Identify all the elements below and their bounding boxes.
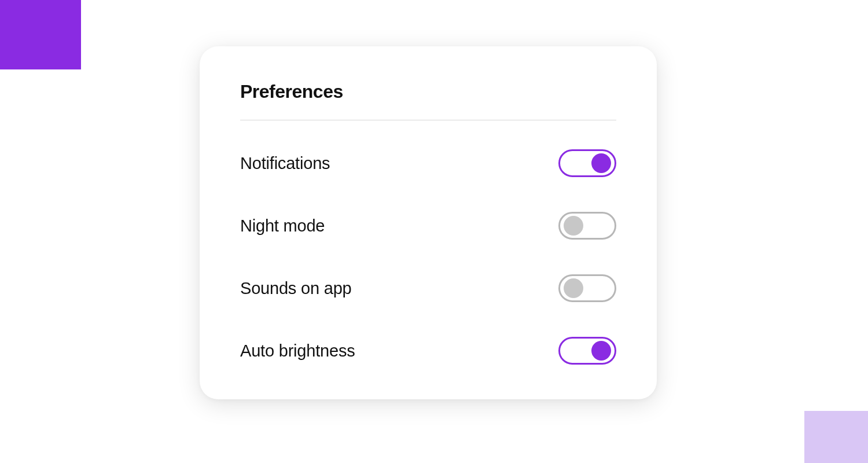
decor-square-top-left [0,0,81,69]
pref-label: Auto brightness [240,341,355,361]
pref-label: Notifications [240,154,330,173]
toggle-notifications[interactable] [558,149,616,177]
toggle-knob-icon [564,278,583,298]
pref-row-night-mode: Night mode [240,212,616,240]
decor-square-bottom-right [804,411,868,463]
toggle-knob-icon [591,153,611,173]
pref-label: Sounds on app [240,279,352,298]
pref-row-sounds: Sounds on app [240,274,616,302]
preferences-card: Preferences Notifications Night mode Sou… [200,46,657,399]
toggle-night-mode[interactable] [558,212,616,240]
pref-row-notifications: Notifications [240,149,616,177]
toggle-sounds[interactable] [558,274,616,302]
title-divider [240,120,616,120]
toggle-knob-icon [591,341,611,361]
card-title: Preferences [240,81,616,102]
pref-label: Night mode [240,216,325,236]
pref-row-auto-brightness: Auto brightness [240,337,616,365]
toggle-knob-icon [564,216,583,236]
toggle-auto-brightness[interactable] [558,337,616,365]
